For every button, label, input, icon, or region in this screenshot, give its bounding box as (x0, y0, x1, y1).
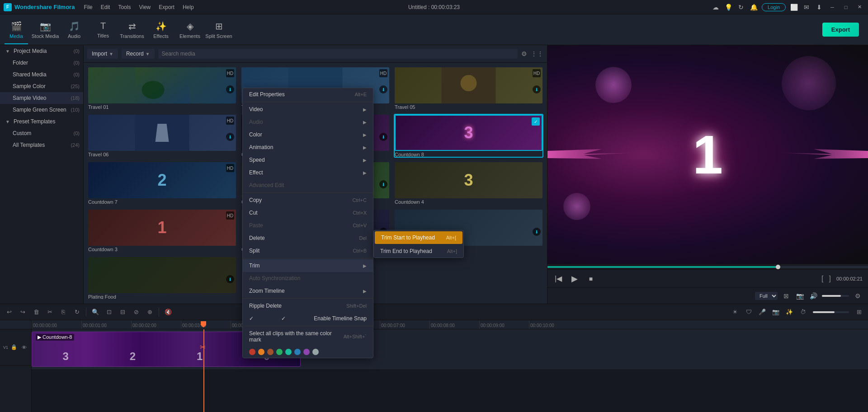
update-icon[interactable]: ↻ (736, 3, 745, 12)
cut-button[interactable]: ✂ (44, 307, 55, 318)
zoom-out-button[interactable]: ⊟ (117, 307, 128, 318)
volume-icon[interactable]: 🔊 (808, 291, 818, 301)
download-icon-food[interactable]: ⬇ (533, 228, 541, 236)
toolbar-audio[interactable]: 🎵 Audio (60, 15, 89, 44)
download-icon-cd5[interactable]: ⬇ (379, 180, 387, 188)
ctx-ripple-delete[interactable]: Ripple Delete Shift+Del (243, 300, 373, 312)
toolbar-effects[interactable]: ✨ Effects (146, 15, 175, 44)
timeline-zoom-slider[interactable] (813, 311, 849, 313)
menu-help[interactable]: Help (179, 3, 198, 11)
ctx-enable-snap[interactable]: ✓ Enable Timeline Snap (243, 312, 373, 325)
mic-icon[interactable]: 🎤 (757, 307, 768, 318)
menu-tools[interactable]: Tools (114, 3, 134, 11)
undo-button[interactable]: ↩ (4, 307, 14, 318)
timeline-main[interactable]: 00:00:00:00 00:00:01:00 00:00:02:00 00:0… (32, 320, 868, 412)
restore-icon[interactable]: ⊞ (854, 307, 864, 318)
tree-custom[interactable]: Custom (0) (0, 127, 83, 139)
split2-button[interactable]: ⊘ (131, 307, 142, 318)
message-icon[interactable]: ✉ (802, 3, 811, 12)
login-button[interactable]: Login (762, 3, 786, 11)
rewind-icon[interactable]: |◀ (553, 273, 564, 284)
ctx-split[interactable]: Split Ctrl+B (243, 244, 373, 257)
grid-view-icon[interactable]: ⋮⋮ (531, 50, 543, 57)
tree-sample-video[interactable]: Sample Video (18) (0, 92, 83, 104)
media-item-travel06[interactable]: HD ⬇ Travel 06 (87, 114, 237, 158)
ctx-animation[interactable]: Animation ▶ (243, 141, 373, 154)
menu-file[interactable]: File (80, 3, 96, 11)
ctx-speed[interactable]: Speed ▶ (243, 154, 373, 166)
settings-icon[interactable]: ⚙ (853, 291, 863, 301)
copy-button[interactable]: ⎘ (58, 307, 69, 318)
ctx-delete[interactable]: Delete Del (243, 232, 373, 244)
bracket-right[interactable]: ] (829, 275, 830, 283)
color-dot-purple[interactable] (303, 349, 310, 355)
bulb-icon[interactable]: 💡 (724, 3, 733, 12)
account-icon[interactable]: ⬜ (789, 3, 798, 12)
filter-icon[interactable]: ⚙ (521, 50, 527, 57)
tree-all-templates[interactable]: All Templates (24) (0, 139, 83, 151)
close-button[interactable]: ✕ (854, 2, 864, 12)
tree-preset-templates[interactable]: ▼ Preset Templates (0, 116, 83, 127)
audio-mute-button[interactable]: 🔇 (163, 307, 174, 318)
ctx-cut[interactable]: Cut Ctrl+X (243, 206, 373, 219)
color-dot-red[interactable] (249, 349, 255, 355)
menu-export[interactable]: Export (155, 3, 178, 11)
ctx-trim[interactable]: Trim ▶ (243, 259, 373, 272)
download-icon[interactable]: ⬇ (815, 3, 824, 12)
camera-icon[interactable]: 📷 (770, 307, 781, 318)
media-item-travel05[interactable]: HD ⬇ Travel 05 (394, 66, 543, 110)
brightness-icon[interactable]: ☀ (730, 307, 741, 318)
import-button[interactable]: Import ▼ (87, 49, 118, 59)
search-input[interactable] (158, 49, 518, 59)
ctx-zoom-timeline[interactable]: Zoom Timeline ▶ (243, 285, 373, 297)
bracket-left[interactable]: [ (821, 275, 823, 283)
notification-icon[interactable]: 🔔 (749, 3, 758, 12)
toolbar-transitions[interactable]: ⇄ Transitions (118, 15, 146, 44)
zoom-select[interactable]: Full (755, 292, 778, 300)
ctx-trim-end[interactable]: Trim End to Playhead Alt+] (374, 245, 463, 258)
media-item-cd3[interactable]: 1 HD Countdown 3 (87, 209, 237, 253)
toolbar-split-screen[interactable]: ⊞ Split Screen (204, 15, 233, 44)
color-dot-teal[interactable] (285, 349, 292, 355)
media-item-cd8[interactable]: 3 ✓ Countdown 8 (394, 114, 543, 158)
track-eye-icon[interactable]: 👁 (20, 343, 28, 351)
redo-button[interactable]: ↪ (17, 307, 28, 318)
maximize-button[interactable]: □ (841, 2, 851, 12)
download-icon-travel04[interactable]: ⬇ (379, 85, 387, 94)
tree-project-media[interactable]: ▼ Project Media (0) (0, 45, 83, 57)
media-item-travel01[interactable]: HD ⬇ Travel 01 (87, 66, 237, 110)
download-icon-travel01[interactable]: ⬇ (226, 85, 234, 94)
loop-button[interactable]: ↻ (71, 307, 82, 318)
color-dot-blue[interactable] (294, 349, 301, 355)
tree-folder[interactable]: Folder (0) (0, 57, 83, 69)
ctx-trim-start[interactable]: Trim Start to Playhead Alt+[ (375, 231, 462, 244)
volume-slider[interactable] (822, 295, 849, 297)
ctx-select-same-color[interactable]: Select all clips with the same color mar… (243, 327, 373, 346)
color-dot-green[interactable] (276, 349, 283, 355)
ctx-color[interactable]: Color ▶ (243, 128, 373, 141)
toolbar-titles[interactable]: T Titles (89, 15, 118, 44)
ctx-video[interactable]: Video ▶ (243, 103, 373, 116)
snapshot-icon[interactable]: 📷 (795, 291, 805, 301)
menu-edit[interactable]: Edit (97, 3, 114, 11)
menu-view[interactable]: View (135, 3, 154, 11)
scrub-bar[interactable] (547, 264, 868, 269)
zoom-in-button[interactable]: 🔍 (90, 307, 101, 318)
color-dot-brown[interactable] (267, 349, 274, 355)
media-item-cd7[interactable]: 2 HD Countdown 7 (87, 161, 237, 205)
toolbar-media[interactable]: 🎬 Media (2, 15, 31, 44)
play-button[interactable]: ▶ (569, 273, 580, 284)
color-dot-gray[interactable] (312, 349, 319, 355)
download-icon-cd9[interactable]: ⬇ (379, 133, 387, 141)
resize-icon[interactable]: ⊠ (781, 291, 791, 301)
media-item-cd4[interactable]: 3 Countdown 4 (394, 161, 543, 205)
scrub-thumb[interactable] (776, 265, 780, 269)
track-lock-icon[interactable]: 🔒 (10, 343, 18, 351)
ctx-copy[interactable]: Copy Ctrl+C (243, 194, 373, 206)
stop-button[interactable]: ■ (585, 273, 596, 284)
clock-icon[interactable]: ⏱ (797, 307, 808, 318)
cloud-icon[interactable]: ☁ (711, 3, 720, 12)
tree-sample-green[interactable]: Sample Green Screen (10) (0, 104, 83, 116)
ctx-edit-properties[interactable]: Edit Properties Alt+E (243, 88, 373, 101)
snap-button[interactable]: ⊕ (144, 307, 155, 318)
